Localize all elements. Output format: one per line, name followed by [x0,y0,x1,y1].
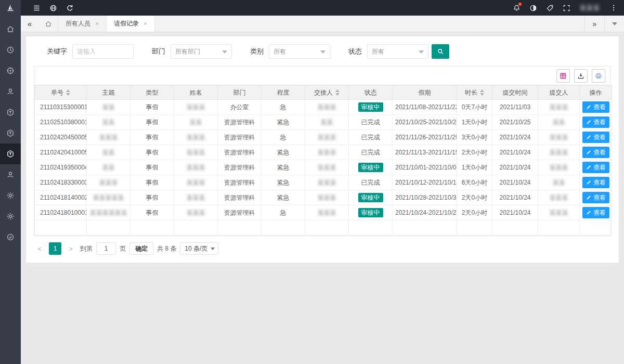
tab-home-button[interactable] [38,16,58,32]
sidebar-item-audit[interactable] [0,227,21,248]
sidebar-item-history[interactable] [0,40,21,60]
cell-text: 1天0小时 [462,119,487,126]
sort-icon[interactable] [480,89,484,96]
globe-icon[interactable] [45,0,61,16]
menu-collapse-icon[interactable] [28,0,45,16]
category-value: 所有 [274,47,286,56]
column-header-handover[interactable]: 交接人 [305,86,349,100]
cell-text: 紧急 [277,149,290,156]
total-count: 共 8 条 [157,244,176,253]
user-icon [6,171,15,179]
sidebar-item-home[interactable] [0,19,21,40]
cell-subject: 某某 [87,115,131,130]
sidebar-item-leave-records[interactable] [0,144,21,164]
category-select[interactable]: 所有 [269,44,330,59]
gear-icon [6,212,15,220]
hexagon-box-icon [6,108,15,116]
export-button[interactable] [574,69,588,83]
cell-text: 某某某 [318,179,336,186]
goto-confirm-button[interactable]: 确定 [129,242,153,255]
table-row[interactable]: 2110242045000570某某某事假某某某资源管理科急某某某已完成2021… [35,130,612,145]
print-button[interactable] [592,69,605,83]
sidebar-item-dashboard[interactable] [0,60,21,81]
per-page-select[interactable]: 10 条/页 [180,242,218,255]
cell-status: 已完成 [349,130,393,145]
next-page-button[interactable]: > [65,242,76,255]
view-button[interactable]: 查看 [582,132,609,143]
sidebar-item-personnel[interactable] [0,81,21,102]
cell-submit-time: 2021/11/03 [492,100,538,115]
sidebar-item-settings-2[interactable] [0,206,21,227]
search-button[interactable] [432,44,449,59]
cell-text: 2111031530000150 [40,103,87,111]
cell-submit-time: 2021/10/24 [492,205,538,220]
cell-dept: 资源管理科 [218,115,262,130]
refresh-icon[interactable] [61,0,78,16]
theme-icon[interactable] [525,0,541,16]
table-row[interactable]: 2110241814000254某某某某某事假某某某资源管理科紧急某某某审核中2… [35,190,612,205]
empty-cell [457,220,492,236]
cell-degree: 紧急 [262,160,305,175]
more-vertical-icon[interactable] [605,0,622,16]
table-row[interactable]: 2110251038000117某某事假某某资源管理科紧急某某已完成2021/1… [35,115,612,130]
prev-page-button[interactable]: < [34,242,45,255]
cell-text: 某某 [190,119,202,126]
tabs-menu-button[interactable] [604,16,624,32]
tabs-scroll-right-button[interactable]: » [584,16,604,32]
view-button[interactable]: 查看 [582,116,609,128]
bell-icon[interactable] [508,0,525,16]
department-select[interactable]: 所有部门 [171,44,232,59]
cell-text: 某某 [102,149,115,156]
sidebar-item-module-1[interactable] [0,102,21,123]
cell-handover: 某某某 [305,205,349,220]
view-button[interactable]: 查看 [582,192,609,203]
cell-text: 某某 [102,164,115,171]
goto-suffix: 页 [120,244,126,253]
print-icon [595,72,602,80]
cell-text: 某某某 [187,103,205,111]
view-button[interactable]: 查看 [582,147,609,158]
view-button[interactable]: 查看 [582,101,609,113]
app-logo[interactable] [0,0,21,16]
column-header-order-no[interactable]: 单号 [35,86,87,100]
cell-degree: 紧急 [262,175,305,190]
cell-text: 某某某 [318,164,336,171]
cell-text: 急 [280,134,287,141]
tab-label: 请假记录 [114,19,139,28]
tab-all-personnel[interactable]: 所有人员 × [58,16,107,32]
view-button[interactable]: 查看 [582,177,609,188]
tabs-scroll-left-button[interactable]: « [21,16,38,32]
username[interactable]: 某某某 [575,0,605,16]
page-number-current[interactable]: 1 [49,242,61,255]
keyword-input[interactable] [72,44,134,59]
table-row[interactable]: 2110242041000598某某事假某某某资源管理科紧急某某某已完成2021… [35,145,612,160]
sort-icon[interactable] [335,89,340,96]
tab-leave-records[interactable]: 请假记录 × [107,16,155,32]
columns-filter-button[interactable] [556,69,570,83]
sort-icon[interactable] [66,89,70,96]
table-row[interactable]: 2110241833000375某某某事假某某某资源管理科紧急某某某已完成202… [35,175,612,190]
empty-cell [305,220,349,236]
sidebar-item-module-2[interactable] [0,123,21,144]
tag-icon[interactable] [541,0,558,16]
status-select[interactable]: 所有 [367,44,428,59]
cell-degree: 紧急 [262,190,305,205]
cell-text: 事假 [146,149,159,156]
cell-handover: 某某某 [305,190,349,205]
column-header-duration[interactable]: 时长 [457,86,492,100]
sidebar-item-settings-1[interactable] [0,185,21,206]
table-row[interactable]: 2110241935000486某某事假某某某资源管理科紧急某某某审核中2021… [35,160,612,175]
cell-text: 2110241935000486 [40,164,87,171]
fullscreen-icon[interactable] [558,0,575,16]
view-button[interactable]: 查看 [582,162,609,173]
pencil-icon [586,210,591,215]
tab-close-icon[interactable]: × [95,20,99,28]
view-button[interactable]: 查看 [582,207,609,218]
table-row[interactable]: 2111031530000150某某事假某某某办公室急某某某审核中2021/11… [35,100,612,115]
cell-submit-time: 2021/10/24 [492,130,538,145]
sidebar-nav [0,16,21,364]
table-row[interactable]: 2110241801000193某某某某某某事假某某某资源管理科急某某某审核中2… [35,205,612,220]
sidebar-item-users[interactable] [0,164,21,185]
goto-page-input[interactable] [96,242,116,255]
tab-close-icon[interactable]: × [144,20,147,28]
